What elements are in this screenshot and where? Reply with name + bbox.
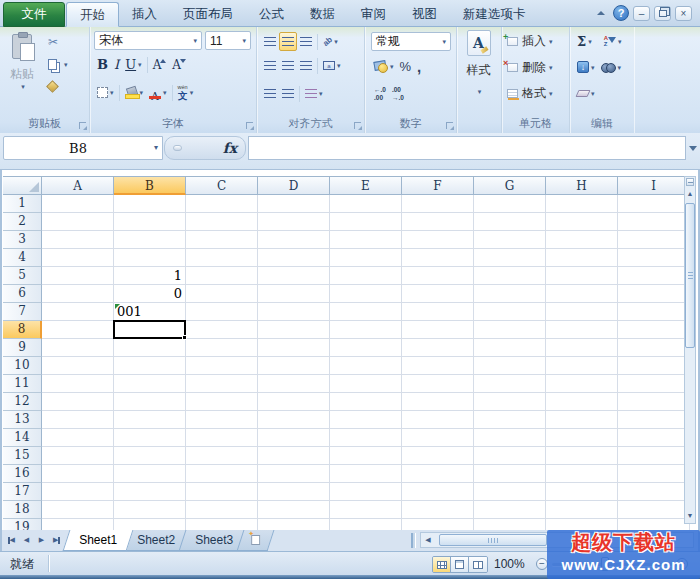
row-header-2[interactable]: 2 [3,213,42,231]
increase-decimal-button[interactable]: ←.0 .00 [371,84,389,103]
minimize-ribbon-chevron-icon[interactable] [592,6,609,21]
column-header-H[interactable]: H [546,176,618,195]
name-box[interactable]: B8▾ [3,136,163,160]
column-header-E[interactable]: E [330,176,402,195]
insert-worksheet-button[interactable] [237,530,275,551]
wrap-text-button[interactable]: ▾ [302,84,326,103]
previous-sheet-button[interactable]: ◀ [20,533,33,547]
insert-cells-button[interactable]: 插入▾ [507,31,553,51]
fill-color-button[interactable]: ▾ [122,83,147,102]
find-select-button[interactable]: ▾ [598,58,625,77]
cut-button[interactable]: ✂ [46,31,86,53]
active-cell-B8[interactable] [113,320,186,339]
middle-align-button[interactable] [279,32,297,51]
row-header-14[interactable]: 14 [3,429,42,447]
row-header-1[interactable]: 1 [3,195,42,213]
font-color-button[interactable]: A▾ [146,83,170,102]
phonetic-guide-button[interactable]: wén文▾ [175,83,197,102]
scroll-up-icon[interactable]: ▲ [685,188,695,200]
cell-B5[interactable]: 1 [114,267,186,285]
underline-button[interactable]: U▾ [122,55,144,74]
help-icon[interactable]: ? [613,5,629,21]
sort-filter-button[interactable]: AZ▾ [595,32,625,51]
minimize-button[interactable]: – [633,6,650,21]
row-header-5[interactable]: 5 [3,267,42,285]
italic-button[interactable]: I [111,55,122,74]
ribbon-tab-审阅[interactable]: 审阅 [348,2,399,27]
vertical-scrollbar[interactable]: ▲ ▼ [684,176,696,524]
ribbon-tab-页面布局[interactable]: 页面布局 [170,2,246,27]
row-header-3[interactable]: 3 [3,231,42,249]
ribbon-tab-数据[interactable]: 数据 [297,2,348,27]
percent-style-button[interactable]: % [397,57,415,76]
horizontal-scroll-thumb[interactable] [439,534,547,546]
bold-button[interactable]: B [94,55,111,74]
align-left-button[interactable] [261,56,279,75]
split-box[interactable] [686,178,694,186]
accounting-format-button[interactable]: ▾ [371,57,397,76]
close-button[interactable]: × [675,6,692,21]
fill-button[interactable]: ↓▾ [574,58,598,77]
orientation-button[interactable]: ab▾ [320,32,341,51]
ribbon-tab-新建选项卡[interactable]: 新建选项卡 [450,2,539,27]
borders-button[interactable]: ▾ [94,83,117,102]
row-header-15[interactable]: 15 [3,447,42,465]
page-layout-view-button[interactable] [451,557,469,572]
copy-button[interactable]: ▾ [46,53,86,75]
number-format-combo[interactable]: 常规▾ [371,32,451,51]
clear-button[interactable]: ▾ [574,84,598,103]
dialog-launcher-icon[interactable] [354,122,361,129]
sheet-tab-Sheet1[interactable]: Sheet1 [63,530,134,551]
row-header-6[interactable]: 6 [3,285,42,303]
row-header-16[interactable]: 16 [3,465,42,483]
tab-splitter-handle[interactable] [411,533,416,548]
next-sheet-button[interactable]: ▶ [35,533,48,547]
font-name-combo[interactable]: 宋体▾ [94,31,202,50]
format-painter-button[interactable] [46,75,86,97]
page-break-view-button[interactable] [469,557,487,572]
paste-button[interactable]: 粘贴 ▾ [4,30,40,113]
center-button[interactable] [279,56,297,75]
dialog-launcher-icon[interactable] [79,122,86,129]
column-header-G[interactable]: G [474,176,546,195]
dialog-launcher-icon[interactable] [246,122,253,129]
column-header-F[interactable]: F [402,176,474,195]
row-header-17[interactable]: 17 [3,483,42,501]
column-header-C[interactable]: C [186,176,258,195]
normal-view-button[interactable] [433,557,451,572]
select-all-corner[interactable] [3,176,42,195]
format-cells-button[interactable]: 格式▾ [507,83,553,103]
decrease-decimal-button[interactable]: .00 →.0 [389,84,407,103]
ribbon-tab-开始[interactable]: 开始 [66,2,119,27]
font-size-combo[interactable]: 11▾ [205,31,251,50]
row-header-18[interactable]: 18 [3,501,42,519]
ribbon-tab-视图[interactable]: 视图 [399,2,450,27]
cell-B7[interactable]: 001 [114,303,186,321]
row-header-7[interactable]: 7 [3,303,42,321]
restore-button[interactable] [654,6,671,21]
align-right-button[interactable] [297,56,315,75]
ribbon-tab-公式[interactable]: 公式 [246,2,297,27]
column-header-A[interactable]: A [42,176,114,195]
scroll-left-icon[interactable]: ◀ [421,534,435,546]
column-header-B[interactable]: B [114,176,186,195]
scroll-down-icon[interactable]: ▼ [685,510,695,522]
row-header-12[interactable]: 12 [3,393,42,411]
cell-styles-button[interactable]: A 样式 ▾ [462,30,495,113]
row-header-13[interactable]: 13 [3,411,42,429]
insert-function-button[interactable]: fx [164,136,246,160]
dialog-launcher-icon[interactable] [446,122,453,129]
fill-handle[interactable] [182,335,187,340]
increase-font-button[interactable]: A [150,55,170,74]
merge-center-button[interactable]: a▾ [320,56,344,75]
formula-input[interactable] [248,136,686,160]
vertical-scroll-thumb[interactable] [685,203,695,348]
ribbon-tab-插入[interactable]: 插入 [119,2,170,27]
column-header-I[interactable]: I [618,176,690,195]
increase-indent-button[interactable] [279,84,297,103]
comma-style-button[interactable]: , [414,57,424,76]
expand-formula-bar-button[interactable] [687,138,698,158]
row-header-9[interactable]: 9 [3,339,42,357]
delete-cells-button[interactable]: 删除▾ [507,57,553,77]
cell-B6[interactable]: 0 [114,285,186,303]
